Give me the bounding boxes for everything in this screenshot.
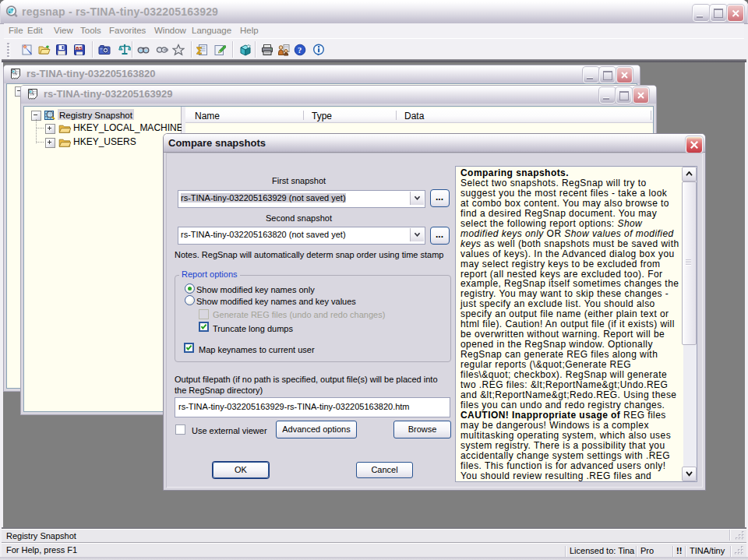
svg-text:?: ? [298, 46, 302, 55]
svg-text:as: as [76, 44, 83, 51]
